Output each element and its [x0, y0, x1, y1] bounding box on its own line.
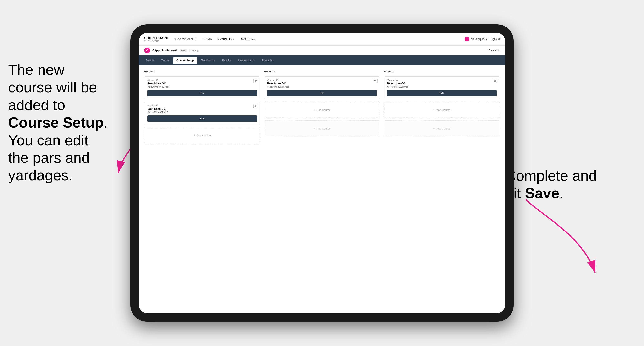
- user-email: blair@clippd.io: [471, 38, 487, 40]
- round2-add-course-disabled-label: Add Course: [316, 127, 330, 130]
- round1-course-b-card: 🗑 (Course B) East Lake GC Black (M) (689…: [144, 102, 260, 125]
- tab-printables[interactable]: Printables: [258, 57, 277, 63]
- round2-course-a-badge: (Course A): [267, 79, 377, 81]
- plus-icon: +: [194, 134, 196, 137]
- round3-course-a-name: Peachtree GC: [387, 82, 497, 85]
- clippd-logo: C: [144, 48, 150, 53]
- round2-course-a-detail: Yellow (M) (6629 yds): [267, 85, 377, 88]
- annotation-right: Complete and hit Save.: [506, 167, 607, 202]
- tab-details[interactable]: Details: [143, 57, 157, 63]
- round1-course-b-badge: (Course B): [147, 104, 257, 107]
- plus-icon-r3-disabled: +: [433, 127, 435, 131]
- tournament-name: Clippd Invitational: [152, 49, 177, 52]
- brand-title: SCOREBOARD: [144, 36, 168, 40]
- round3-course-a-detail: Yellow (M) (6629 yds): [387, 85, 497, 88]
- tournament-bar: C Clippd Invitational Men Hosting Cancel…: [138, 46, 506, 55]
- round1-course-b-detail: Black (M) (6891 yds): [147, 111, 257, 113]
- nav-separator: |: [488, 38, 489, 40]
- nav-committee[interactable]: COMMITTEE: [218, 37, 234, 40]
- round-2-label: Round 2: [264, 70, 380, 73]
- round1-add-course[interactable]: + Add Course: [144, 127, 260, 144]
- round3-add-course-disabled: + Add Course: [384, 121, 500, 137]
- round3-add-course-label: Add Course: [436, 109, 450, 112]
- nav-tournaments[interactable]: TOURNAMENTS: [175, 37, 196, 40]
- tab-results[interactable]: Results: [219, 57, 234, 63]
- tab-tee-groups[interactable]: Tee Groups: [198, 57, 218, 63]
- content-area: Round 1 🗑 (Course A) Peachtree GC Yellow…: [138, 65, 506, 314]
- round3-add-course[interactable]: + Add Course: [384, 102, 500, 118]
- tab-leaderboards[interactable]: Leaderboards: [235, 57, 258, 63]
- tab-teams[interactable]: Teams: [158, 57, 172, 63]
- round3-course-a-edit[interactable]: Edit: [387, 90, 497, 96]
- round3-course-a-delete[interactable]: 🗑: [493, 79, 498, 83]
- nav-rankings[interactable]: RANKINGS: [240, 37, 255, 40]
- round1-course-b-delete[interactable]: 🗑: [253, 104, 258, 109]
- round2-course-a-edit[interactable]: Edit: [267, 90, 377, 96]
- round1-course-a-badge: (Course A): [147, 79, 257, 81]
- round-1-label: Round 1: [144, 70, 260, 73]
- round1-course-a-edit[interactable]: Edit: [147, 90, 257, 96]
- course-setup-bold: Course Setup: [8, 114, 104, 131]
- round1-course-b-name: East Lake GC: [147, 107, 257, 111]
- brand-sub: Powered by clippd: [144, 40, 168, 42]
- round2-add-course[interactable]: + Add Course: [264, 102, 380, 118]
- round2-add-course-disabled: + Add Course: [264, 121, 380, 137]
- hosting-badge: Hosting: [190, 49, 198, 52]
- sign-out-link[interactable]: Sign out: [491, 38, 500, 40]
- round2-course-a-name: Peachtree GC: [267, 82, 377, 85]
- round1-course-a-card: 🗑 (Course A) Peachtree GC Yellow (M) (66…: [144, 76, 260, 99]
- save-bold: Save: [525, 185, 559, 201]
- round3-add-course-disabled-label: Add Course: [436, 127, 450, 130]
- plus-icon-r3: +: [433, 108, 435, 112]
- round1-add-course-label: Add Course: [197, 134, 211, 137]
- round-3-label: Round 3: [384, 70, 500, 73]
- round3-course-a-card: 🗑 (Course A) Peachtree GC Yellow (M) (66…: [384, 76, 500, 99]
- rounds-grid: Round 1 🗑 (Course A) Peachtree GC Yellow…: [144, 70, 500, 144]
- round-3-column: Round 3 🗑 (Course A) Peachtree GC Yellow…: [384, 70, 500, 144]
- top-nav-links: TOURNAMENTS TEAMS COMMITTEE RANKINGS: [175, 37, 465, 40]
- round2-course-a-delete[interactable]: 🗑: [373, 79, 378, 83]
- round1-course-a-name: Peachtree GC: [147, 82, 257, 85]
- gender-badge: Men: [180, 49, 187, 52]
- user-avatar: [465, 37, 469, 41]
- top-nav-right: blair@clippd.io | Sign out: [465, 37, 500, 41]
- round2-add-course-label: Add Course: [316, 109, 330, 112]
- tournament-left: C Clippd Invitational Men Hosting: [144, 48, 198, 53]
- annotation-left: The new course will be added to Course S…: [8, 61, 126, 184]
- tablet-screen: SCOREBOARD Powered by clippd TOURNAMENTS…: [138, 32, 506, 314]
- top-nav: SCOREBOARD Powered by clippd TOURNAMENTS…: [138, 32, 506, 46]
- round-1-column: Round 1 🗑 (Course A) Peachtree GC Yellow…: [144, 70, 260, 144]
- round1-course-b-edit[interactable]: Edit: [147, 115, 257, 122]
- tablet-device: SCOREBOARD Powered by clippd TOURNAMENTS…: [130, 24, 514, 322]
- tab-bar: Details Teams Course Setup Tee Groups Re…: [138, 55, 506, 65]
- cancel-x-icon: ✕: [498, 49, 500, 52]
- arrow-right: [522, 195, 603, 281]
- tab-course-setup[interactable]: Course Setup: [173, 57, 197, 63]
- round-2-column: Round 2 🗑 (Course A) Peachtree GC Yellow…: [264, 70, 380, 144]
- round2-course-a-card: 🗑 (Course A) Peachtree GC Yellow (M) (66…: [264, 76, 380, 99]
- plus-icon-r2: +: [314, 108, 315, 112]
- cancel-button[interactable]: Cancel ✕: [488, 49, 500, 52]
- nav-teams[interactable]: TEAMS: [202, 37, 212, 40]
- brand: SCOREBOARD Powered by clippd: [144, 36, 168, 42]
- plus-icon-r2-disabled: +: [314, 127, 315, 131]
- round1-course-a-delete[interactable]: 🗑: [253, 79, 258, 83]
- round1-course-a-detail: Yellow (M) (6629 yds): [147, 85, 257, 88]
- round3-course-a-badge: (Course A): [387, 79, 497, 81]
